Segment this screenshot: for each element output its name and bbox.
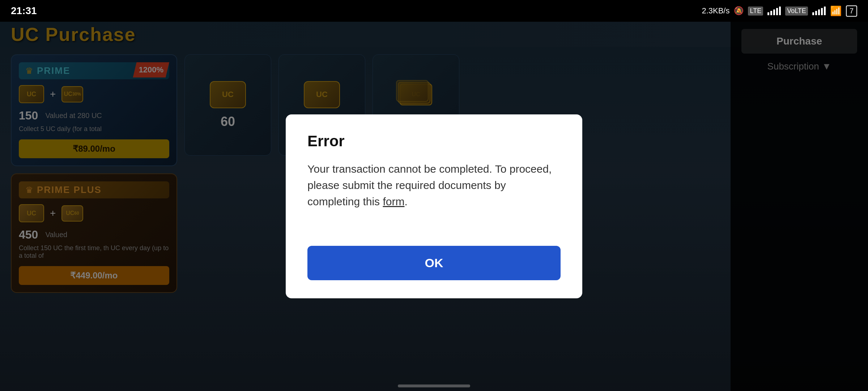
dialog-title: Error (307, 133, 561, 150)
dialog-message: Your transaction cannot be completed. To… (307, 161, 561, 210)
status-icons: 2.3KB/s 🔕 LTE VoLTE 📶 7 (702, 5, 857, 17)
ok-button[interactable]: OK (307, 246, 561, 280)
game-background: UC Purchase Purchase Subscription ▼ ♛ PR… (0, 22, 868, 391)
dialog-spacer (307, 220, 561, 235)
dialog-message-text: Your transaction cannot be completed. To… (307, 163, 552, 207)
volte-icon: VoLTE (785, 7, 808, 16)
signal-bars-2 (812, 7, 826, 15)
network-speed: 2.3KB/s (702, 6, 729, 16)
wifi-icon: 📶 (830, 5, 842, 17)
mute-icon: 🔕 (734, 6, 744, 16)
dialog-form-link-text: form (383, 196, 404, 207)
error-dialog: Error Your transaction cannot be complet… (286, 114, 582, 298)
dialog-form-link[interactable]: form (383, 196, 404, 207)
dialog-overlay: Error Your transaction cannot be complet… (0, 22, 868, 391)
lte-icon: LTE (748, 7, 763, 16)
signal-bars-1 (767, 7, 781, 15)
dialog-period: . (404, 196, 407, 207)
battery-icon: 7 (846, 5, 857, 17)
status-time: 21:31 (11, 5, 37, 17)
status-bar: 21:31 2.3KB/s 🔕 LTE VoLTE 📶 7 (0, 0, 868, 22)
